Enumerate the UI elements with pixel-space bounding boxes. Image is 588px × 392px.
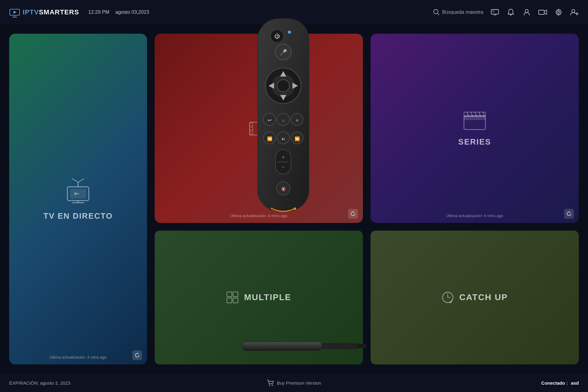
tv-header-icon: [491, 9, 499, 15]
add-user-icon: [570, 9, 579, 16]
connected-status: Conectado : asd: [541, 380, 579, 386]
fire-stick: [217, 334, 371, 358]
svg-text:🎤: 🎤: [280, 49, 287, 56]
catchup-label: CATCH UP: [459, 292, 508, 302]
svg-point-14: [558, 11, 560, 13]
svg-marker-71: [353, 211, 355, 213]
svg-marker-3: [13, 11, 17, 14]
notification-bell-icon[interactable]: [507, 8, 515, 17]
svg-marker-59: [137, 352, 139, 354]
logo-icon: [9, 7, 20, 18]
svg-point-11: [525, 9, 528, 13]
card-tv-live[interactable]: TV EN DIRECTO Última actualización: 4 mi…: [9, 34, 147, 364]
connected-user: asd: [571, 380, 579, 386]
svg-text:≡: ≡: [296, 118, 298, 123]
svg-line-53: [72, 179, 78, 182]
cart-icon: [267, 380, 274, 386]
svg-text:⏪: ⏪: [267, 136, 273, 141]
settings-icon[interactable]: [554, 8, 563, 17]
multiple-label: MULTIPLE: [244, 292, 291, 302]
svg-line-5: [437, 13, 439, 15]
catchup-clock-icon: [442, 291, 454, 303]
main-content: ⏻ 🎤 ↩ ⌂ ≡ ⏪ ⏯: [0, 24, 588, 374]
series-refresh-btn[interactable]: [564, 209, 574, 219]
svg-rect-91: [322, 343, 358, 349]
remote-control: ⏻ 🎤 ↩ ⌂ ≡ ⏪ ⏯: [251, 15, 337, 225]
svg-text:−: −: [282, 164, 285, 169]
svg-rect-9: [492, 10, 495, 12]
gear-icon: [555, 9, 562, 16]
card-catchup[interactable]: CATCH UP: [371, 231, 579, 365]
video-camera-icon[interactable]: [538, 8, 547, 17]
svg-text:⏯: ⏯: [281, 136, 285, 141]
series-icon-group: SERIES: [458, 110, 491, 147]
svg-text:⌂: ⌂: [282, 118, 285, 123]
tv-live-icon-group: TV EN DIRECTO: [43, 178, 113, 221]
svg-marker-80: [569, 211, 571, 213]
svg-rect-90: [243, 342, 322, 351]
refresh-icon-movies: [350, 211, 356, 217]
header-time: 12:29 PM: [88, 9, 109, 15]
svg-rect-84: [233, 298, 238, 303]
svg-point-10: [510, 14, 511, 16]
multiple-icon: [226, 291, 239, 303]
svg-point-15: [572, 9, 575, 13]
clapper-icon: [462, 110, 487, 131]
remote-svg: ⏻ 🎤 ↩ ⌂ ≡ ⏪ ⏯: [251, 15, 315, 224]
series-update-text: Última actualización: 4 mins ago: [446, 213, 503, 218]
svg-point-31: [277, 80, 289, 92]
svg-rect-83: [227, 298, 232, 303]
logo: IPTVSMARTERS: [9, 7, 79, 18]
header-right: Búsqueda maestra: [433, 8, 579, 17]
logo-text: IPTVSMARTERS: [23, 8, 79, 16]
search-bar[interactable]: Búsqueda maestra: [433, 9, 483, 16]
svg-text:🔇: 🔇: [281, 187, 286, 192]
refresh-icon: [134, 352, 140, 358]
svg-rect-81: [227, 292, 232, 297]
header-date: agosto 03,2023: [115, 9, 149, 15]
svg-text:+: +: [282, 155, 285, 160]
person-icon: [523, 9, 530, 16]
refresh-icon-series: [566, 211, 572, 217]
svg-point-4: [434, 9, 438, 14]
tv-icon-header[interactable]: [491, 8, 499, 17]
expiration-text: EXPIRACIÓN: agosto 3, 2023: [9, 380, 70, 386]
svg-marker-13: [544, 10, 547, 14]
buy-premium-label: Buy Premium Version: [277, 380, 321, 386]
svg-rect-92: [357, 344, 366, 348]
tv-live-label: TV EN DIRECTO: [43, 211, 113, 221]
buy-premium-btn[interactable]: Buy Premium Version: [267, 380, 321, 386]
series-label: SERIES: [458, 137, 491, 147]
svg-rect-44: [276, 149, 291, 174]
tv-live-footer: Última actualización: 4 mins ago: [9, 355, 147, 360]
svg-text:⏩: ⏩: [295, 136, 300, 141]
svg-text:↩: ↩: [268, 118, 272, 123]
svg-text:⏻: ⏻: [274, 33, 280, 39]
tv-live-update-text: Última actualización: 4 mins ago: [50, 355, 107, 360]
card-series[interactable]: SERIES Última actualización: 4 mins ago: [371, 34, 579, 223]
bell-icon: [507, 9, 514, 16]
connected-label: Conectado :: [541, 380, 568, 386]
svg-rect-12: [539, 10, 544, 14]
search-label: Búsqueda maestra: [442, 9, 483, 15]
movies-refresh-btn[interactable]: [348, 209, 358, 219]
svg-point-93: [269, 385, 270, 386]
tv-live-refresh-btn[interactable]: [132, 350, 142, 360]
svg-rect-82: [233, 292, 238, 297]
add-profile-icon[interactable]: [570, 8, 579, 17]
series-footer: Última actualización: 4 mins ago: [371, 213, 579, 218]
tv-antenna-icon: [63, 178, 93, 205]
user-profile-icon[interactable]: [522, 8, 531, 17]
svg-point-94: [272, 385, 273, 386]
svg-line-54: [78, 179, 84, 182]
search-icon: [433, 9, 440, 16]
camera-icon: [538, 9, 547, 15]
svg-point-22: [288, 31, 291, 34]
footer: EXPIRACIÓN: agosto 3, 2023 Buy Premium V…: [0, 374, 588, 392]
